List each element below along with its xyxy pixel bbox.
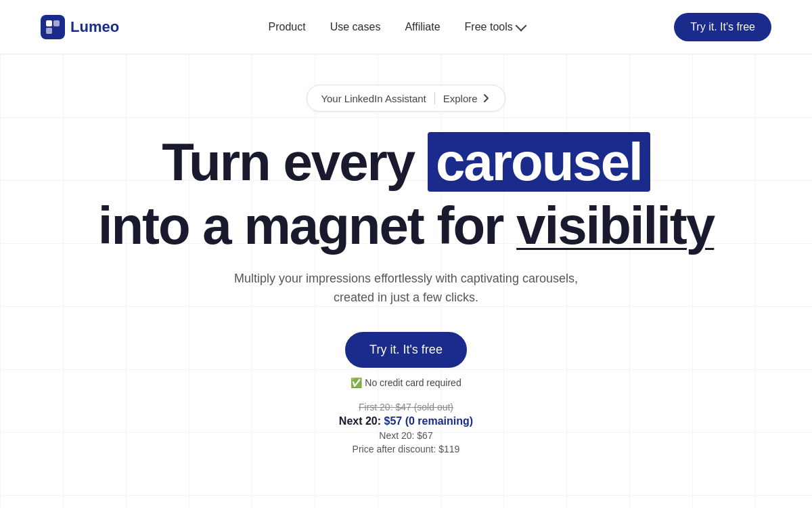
logo-text: Lumeo: [70, 18, 119, 36]
headline-line2: into a magnet for visibility: [98, 197, 714, 255]
nav-links: Product Use cases Affiliate Free tools: [269, 21, 525, 33]
explore-chevron-icon: [480, 93, 491, 104]
logo-icon: [41, 15, 65, 39]
pricing-next-tier: Next 20: $57 (0 remaining): [339, 415, 473, 427]
headline-underline: visibility: [516, 196, 714, 255]
linkedin-badge[interactable]: Your LinkedIn Assistant Explore: [307, 85, 505, 112]
nav-product[interactable]: Product: [269, 21, 306, 33]
badge-divider: [434, 92, 435, 104]
badge-explore[interactable]: Explore: [443, 93, 491, 104]
svg-rect-1: [53, 20, 60, 26]
svg-rect-2: [46, 28, 52, 34]
no-cc-notice: ✅ No credit card required: [351, 377, 461, 388]
nav-use-cases[interactable]: Use cases: [330, 21, 381, 33]
svg-rect-0: [46, 20, 52, 26]
pricing-next2-tier: Next 20: $67: [379, 430, 432, 441]
hero-headline: Turn every carousel into a magnet for vi…: [98, 133, 714, 255]
pricing-after-discount: Price after discount: $119: [353, 444, 460, 454]
checkmark-icon: ✅: [351, 377, 362, 388]
hero-cta-button[interactable]: Try it. It's free: [345, 332, 467, 368]
logo[interactable]: Lumeo: [41, 15, 119, 39]
pricing-info: First 20: $47 (sold out) Next 20: $57 (0…: [339, 402, 473, 454]
headline-line1: Turn every carousel: [98, 133, 714, 192]
nav-cta-button[interactable]: Try it. It's free: [674, 13, 771, 41]
nav-affiliate[interactable]: Affiliate: [405, 21, 440, 33]
pricing-first-tier: First 20: $47 (sold out): [359, 402, 453, 412]
nav-free-tools[interactable]: Free tools: [465, 21, 525, 33]
badge-text: Your LinkedIn Assistant: [321, 93, 426, 104]
pricing-next-value: $57 (0 remaining): [384, 415, 474, 427]
headline-highlight: carousel: [428, 132, 650, 192]
navigation: Lumeo Product Use cases Affiliate Free t…: [0, 0, 812, 54]
hero-subheadline: Multiply your impressions effortlessly w…: [230, 269, 582, 308]
chevron-down-icon: [515, 20, 526, 32]
hero-section: Your LinkedIn Assistant Explore Turn eve…: [0, 54, 812, 454]
